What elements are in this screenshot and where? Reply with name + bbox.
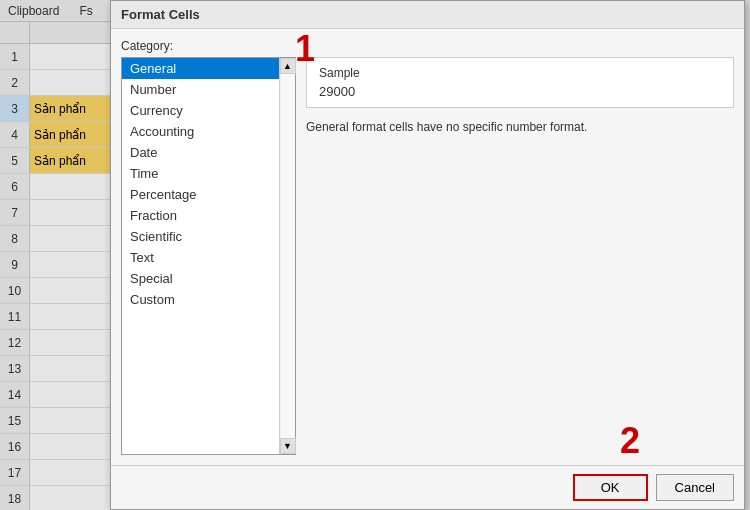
- dialog-title: Format Cells: [121, 7, 200, 22]
- category-item[interactable]: Time: [122, 163, 295, 184]
- category-list[interactable]: GeneralNumberCurrencyAccountingDateTimeP…: [122, 58, 295, 454]
- list-scrollbar[interactable]: ▲ ▼: [279, 58, 295, 454]
- category-item[interactable]: Accounting: [122, 121, 295, 142]
- category-item[interactable]: Date: [122, 142, 295, 163]
- description-text: General format cells have no specific nu…: [306, 118, 734, 136]
- scroll-track: [281, 74, 295, 438]
- category-item[interactable]: Text: [122, 247, 295, 268]
- category-label: Category:: [121, 39, 734, 53]
- category-item[interactable]: Scientific: [122, 226, 295, 247]
- category-item[interactable]: Fraction: [122, 205, 295, 226]
- ok-button[interactable]: OK: [573, 474, 648, 501]
- category-item[interactable]: Percentage: [122, 184, 295, 205]
- scroll-up-arrow[interactable]: ▲: [280, 58, 296, 74]
- sample-value: 29000: [319, 84, 721, 99]
- category-item[interactable]: Special: [122, 268, 295, 289]
- sample-section: Sample 29000: [306, 57, 734, 108]
- dialog-footer: OK Cancel: [111, 465, 744, 509]
- annotation-1: 1: [295, 28, 315, 70]
- annotation-2: 2: [620, 420, 640, 462]
- format-cells-dialog: Format Cells Category: GeneralNumberCurr…: [110, 0, 745, 510]
- right-panel: Sample 29000 General format cells have n…: [306, 57, 734, 455]
- category-list-container: GeneralNumberCurrencyAccountingDateTimeP…: [121, 57, 296, 455]
- dialog-body: Category: GeneralNumberCurrencyAccountin…: [111, 29, 744, 465]
- category-item[interactable]: Custom: [122, 289, 295, 310]
- dialog-title-bar: Format Cells: [111, 1, 744, 29]
- dialog-content-row: GeneralNumberCurrencyAccountingDateTimeP…: [121, 57, 734, 455]
- scroll-down-arrow[interactable]: ▼: [280, 438, 296, 454]
- category-item[interactable]: General: [122, 58, 295, 79]
- sample-label: Sample: [319, 66, 721, 80]
- category-item[interactable]: Number: [122, 79, 295, 100]
- cancel-button[interactable]: Cancel: [656, 474, 734, 501]
- category-item[interactable]: Currency: [122, 100, 295, 121]
